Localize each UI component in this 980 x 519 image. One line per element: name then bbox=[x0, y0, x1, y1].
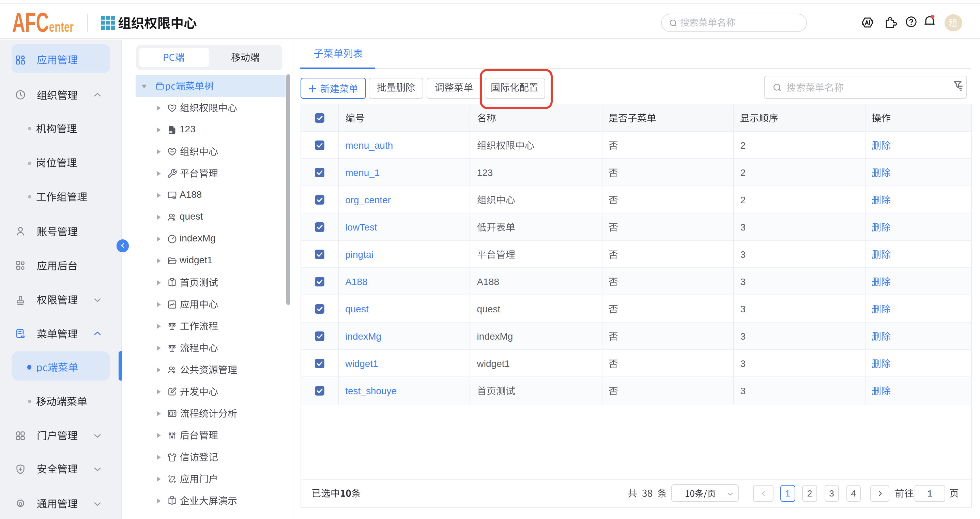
svg-text:enter: enter bbox=[49, 19, 73, 34]
svg-text:AFC: AFC bbox=[12, 12, 49, 37]
